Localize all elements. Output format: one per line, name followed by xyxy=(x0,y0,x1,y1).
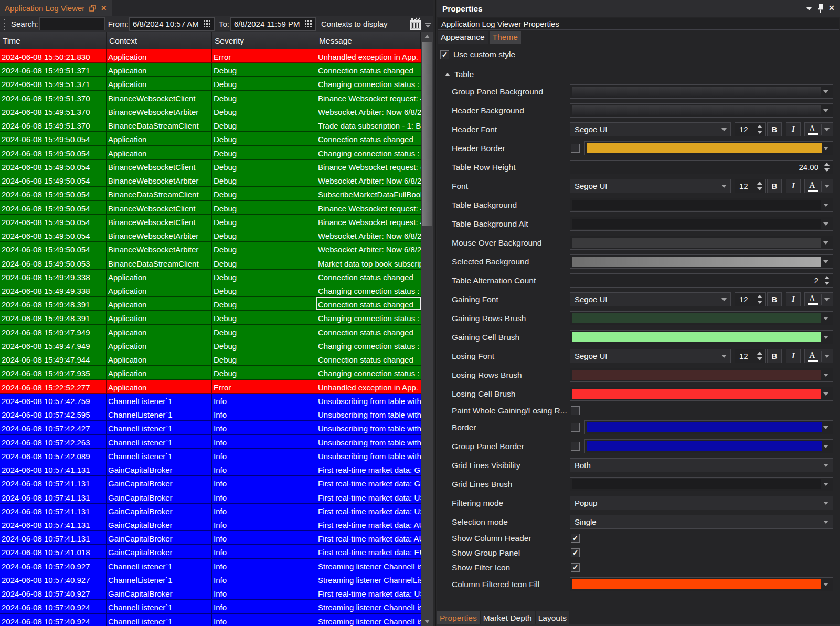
italic-button[interactable]: I xyxy=(786,122,801,136)
log-cell-message[interactable]: Connection status changed xyxy=(316,270,421,283)
italic-button[interactable]: I xyxy=(786,292,801,306)
log-cell-severity[interactable]: Debug xyxy=(212,160,316,173)
log-cell-context[interactable]: GainCapitalBroker xyxy=(107,504,212,517)
log-cell-severity[interactable]: Info xyxy=(212,559,316,572)
log-cell-context[interactable]: BinanceWebsocketArbiter xyxy=(107,104,212,118)
log-cell-severity[interactable]: Debug xyxy=(212,283,316,297)
search-input[interactable] xyxy=(39,17,105,30)
log-cell-time[interactable]: 2024-06-08 10:57:42.089 xyxy=(0,449,107,462)
properties-close-icon[interactable]: ✕ xyxy=(828,4,835,12)
log-cell-context[interactable]: GainCapitalBroker xyxy=(107,586,212,600)
log-cell-time[interactable]: 2024-06-08 10:57:41.131 xyxy=(0,490,107,504)
log-cell-context[interactable]: BinanceWebsocketClient xyxy=(107,201,212,215)
brush-dropdown-selected-background[interactable] xyxy=(570,254,833,269)
log-cell-message[interactable]: Changing connection status : Connecting xyxy=(316,338,421,352)
column-header-time[interactable]: Time xyxy=(0,32,107,49)
log-cell-message[interactable]: Changing connection status : Connecting xyxy=(316,283,421,297)
log-cell-message[interactable]: Binance Websocket request: {"method" xyxy=(316,201,421,215)
log-cell-severity[interactable]: Info xyxy=(212,449,316,462)
log-cell-message[interactable]: Connection status changed xyxy=(316,325,421,338)
log-cell-severity[interactable]: Debug xyxy=(212,104,316,118)
brush-dropdown-header-background[interactable] xyxy=(570,103,833,118)
bold-button[interactable]: B xyxy=(767,292,782,306)
log-cell-severity[interactable]: Debug xyxy=(212,63,316,77)
brush-dropdown-header-border[interactable] xyxy=(584,141,833,155)
log-cell-severity[interactable]: Debug xyxy=(212,187,316,200)
log-cell-time[interactable]: 2024-06-08 15:49:48.391 xyxy=(0,311,107,324)
log-cell-severity[interactable]: Info xyxy=(212,572,316,586)
log-cell-severity[interactable]: Debug xyxy=(212,228,316,242)
log-cell-message[interactable]: First real-time market data: USD/CHF xyxy=(316,586,421,600)
log-cell-severity[interactable]: Debug xyxy=(212,91,316,104)
dropdown-arrow-icon[interactable] xyxy=(823,426,828,429)
log-cell-time[interactable]: 2024-06-08 10:57:41.131 xyxy=(0,462,107,476)
log-cell-severity[interactable]: Debug xyxy=(212,311,316,324)
log-cell-context[interactable]: Application xyxy=(107,77,212,90)
log-cell-message[interactable]: Websocket Arbiter: Now 6/8/2024 xyxy=(316,104,421,118)
log-cell-severity[interactable]: Debug xyxy=(212,270,316,283)
log-cell-context[interactable]: GainCapitalBroker xyxy=(107,531,212,545)
bottom-tab-properties[interactable]: Properties xyxy=(437,611,480,624)
log-cell-context[interactable]: Application xyxy=(107,270,212,283)
brush-dropdown-table-background[interactable] xyxy=(570,198,833,212)
spinner-table-row-height[interactable] xyxy=(824,162,830,172)
log-cell-context[interactable]: ChannelListener`1 xyxy=(107,600,212,613)
dropdown-arrow-icon[interactable] xyxy=(823,445,828,448)
dropdown-arrow-icon[interactable] xyxy=(823,90,828,93)
log-cell-severity[interactable]: Info xyxy=(212,435,316,449)
italic-button[interactable]: I xyxy=(786,349,801,363)
log-cell-time[interactable]: 2024-06-08 15:22:52.277 xyxy=(0,380,107,394)
dropdown-arrow-icon[interactable] xyxy=(823,260,828,263)
log-cell-message[interactable]: Websocket Arbiter: Now 6/8/2024 xyxy=(316,173,421,187)
spin-up-icon[interactable] xyxy=(757,182,762,185)
dropdown-arrow-icon[interactable] xyxy=(823,374,828,377)
log-cell-severity[interactable]: Debug xyxy=(212,297,316,311)
contexts-filter-icon[interactable] xyxy=(410,17,421,30)
log-cell-time[interactable]: 2024-06-08 15:49:51.370 xyxy=(0,118,107,132)
log-vertical-scrollbar[interactable] xyxy=(421,32,433,626)
log-cell-message[interactable]: Connection status changed xyxy=(316,297,421,311)
log-cell-message[interactable]: Streaming listener ChannelListener xyxy=(316,614,421,626)
log-cell-time[interactable]: 2024-06-08 15:49:50.054 xyxy=(0,187,107,200)
spin-up-icon[interactable] xyxy=(757,295,762,298)
log-cell-time[interactable]: 2024-06-08 10:57:41.018 xyxy=(0,545,107,558)
log-cell-context[interactable]: Application xyxy=(107,297,212,311)
log-cell-context[interactable]: ChannelListener`1 xyxy=(107,614,212,626)
log-cell-context[interactable]: BinanceDataStreamClient xyxy=(107,256,212,270)
log-cell-time[interactable]: 2024-06-08 15:49:50.054 xyxy=(0,228,107,242)
pin-icon[interactable] xyxy=(817,4,824,13)
select-filtering-mode[interactable]: Popup xyxy=(570,496,833,510)
log-cell-context[interactable]: BinanceWebsocketArbiter xyxy=(107,173,212,187)
log-cell-context[interactable]: BinanceDataStreamClient xyxy=(107,187,212,200)
tab-theme[interactable]: Theme xyxy=(490,31,521,44)
log-cell-context[interactable]: Application xyxy=(107,325,212,338)
spin-down-icon[interactable] xyxy=(824,282,830,285)
log-cell-context[interactable]: GainCapitalBroker xyxy=(107,476,212,490)
log-cell-severity[interactable]: Info xyxy=(212,545,316,558)
toolbar-overflow-icon[interactable] xyxy=(424,22,431,28)
log-cell-time[interactable]: 2024-06-08 15:49:51.371 xyxy=(0,63,107,77)
log-cell-context[interactable]: ChannelListener`1 xyxy=(107,559,212,572)
brush-dropdown-losing-cell-brush[interactable] xyxy=(570,387,833,401)
log-cell-context[interactable]: Application xyxy=(107,380,212,394)
log-cell-severity[interactable]: Info xyxy=(212,421,316,434)
log-cell-time[interactable]: 2024-06-08 15:50:21.830 xyxy=(0,49,107,63)
dropdown-arrow-icon[interactable] xyxy=(823,464,828,467)
bold-button[interactable]: B xyxy=(767,122,782,136)
spin-up-icon[interactable] xyxy=(824,163,830,166)
column-header-severity[interactable]: Severity xyxy=(212,32,316,49)
log-cell-context[interactable]: ChannelListener`1 xyxy=(107,449,212,462)
log-cell-time[interactable]: 2024-06-08 10:57:42.263 xyxy=(0,435,107,449)
dropdown-arrow-icon[interactable] xyxy=(721,185,727,188)
font-size-input-font[interactable]: 12 xyxy=(735,179,766,193)
dropdown-arrow-icon[interactable] xyxy=(823,204,828,207)
font-size-input-header-font[interactable]: 12 xyxy=(735,122,766,136)
dropdown-arrow-icon[interactable] xyxy=(823,317,828,320)
log-cell-context[interactable]: Application xyxy=(107,366,212,379)
checkbox-show-group-panel[interactable]: ✓ xyxy=(571,548,580,557)
log-cell-context[interactable]: GainCapitalBroker xyxy=(107,517,212,531)
log-cell-message[interactable]: Websocket Arbiter: Now 6/8/2024 xyxy=(316,242,421,256)
window-position-menu-icon[interactable] xyxy=(806,7,812,10)
scroll-up-button[interactable] xyxy=(421,32,433,41)
log-cell-time[interactable]: 2024-06-08 15:49:50.054 xyxy=(0,146,107,160)
